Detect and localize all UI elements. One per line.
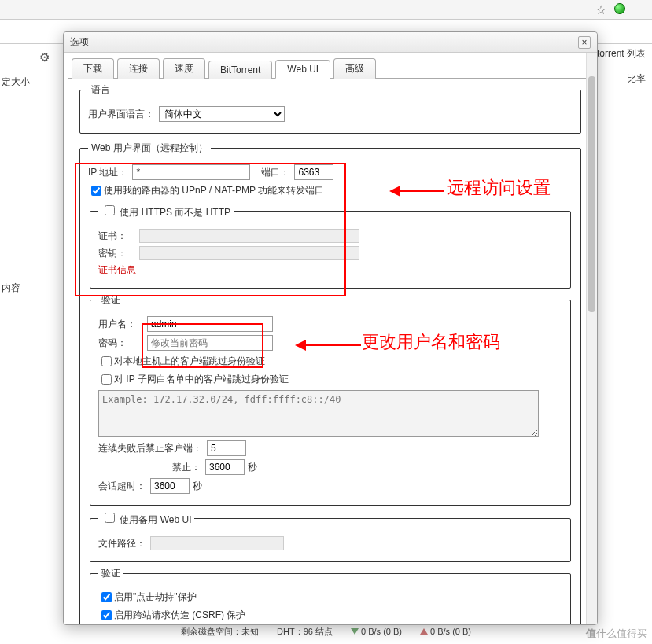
label-bypass-subnet: 对 IP 子网白名单中的客户端跳过身份验证 [114,373,289,386]
watermark: 值什么值得买 [586,627,647,641]
tab-webui[interactable]: Web UI [275,60,330,79]
input-cert[interactable] [139,229,359,243]
label-cert: 证书： [98,230,134,243]
label-key: 密钥： [98,247,134,260]
tabs: 下载 连接 速度 BitTorrent Web UI 高级 [68,57,592,79]
link-cert-info[interactable]: 证书信息 [98,263,136,277]
close-icon[interactable]: × [578,36,591,49]
checkbox-alt-webui[interactable] [105,513,115,523]
status-disk: 剩余磁盘空间：未知 [181,626,259,638]
fieldset-auth: 验证 用户名： 密码： 对本地主机上的客户端跳过身份验证 对 IP 子网白名单中… [90,293,571,506]
label-session-timeout: 会话超时： [98,480,146,493]
input-ban-for[interactable] [205,459,245,475]
dialog-title: 选项 [70,35,89,49]
status-dn: 0 B/s (0 B) [351,627,402,636]
label-username: 用户名： [98,318,142,331]
bg-ratio: 比率 [627,72,646,86]
checkbox-upnp[interactable] [91,186,101,196]
input-password[interactable] [147,335,273,351]
legend-https: 使用 HTTPS 而不是 HTTP [98,203,234,219]
tab-connection[interactable]: 连接 [117,58,160,79]
checkbox-csrf[interactable] [101,610,112,620]
options-dialog: 选项 × 下载 连接 速度 BitTorrent Web UI 高级 语言 用户… [63,31,598,625]
fieldset-alt-webui: 使用备用 Web UI 文件路径： [90,510,571,562]
input-session-timeout[interactable] [150,478,190,494]
input-port[interactable] [294,164,333,180]
input-ip[interactable] [132,164,250,180]
label-session-seconds: 秒 [193,480,202,493]
fieldset-https: 使用 HTTPS 而不是 HTTP 证书： 密钥： 证书信息 [90,203,571,289]
fieldset-webui: Web 用户界面（远程控制） IP 地址： 端口： 使用我的路由器的 UPnP … [79,142,581,624]
upload-icon [420,628,428,635]
input-username[interactable] [147,316,273,332]
legend-auth: 验证 [98,293,123,307]
input-ban-after[interactable] [207,440,246,456]
tab-speed[interactable]: 速度 [163,58,205,79]
checkbox-bypass-local[interactable] [101,356,112,366]
gear-icon[interactable]: ⚙ [39,50,50,64]
label-clickjacking: 启用"点击劫持"保护 [114,591,197,604]
input-key[interactable] [139,246,359,260]
label-password: 密码： [98,337,142,350]
label-ui-language: 用户界面语言： [88,108,154,121]
label-alt-path: 文件路径： [98,537,146,550]
fieldset-language: 语言 用户界面语言： 简体中文 [79,83,581,134]
browser-chrome: ☆ [0,0,652,20]
star-icon[interactable]: ☆ [595,2,606,17]
scrollbar-thumb[interactable] [588,76,595,312]
label-upnp: 使用我的路由器的 UPnP / NAT-PMP 功能来转发端口 [104,184,324,197]
checkbox-https[interactable] [105,205,115,215]
legend-language: 语言 [88,83,113,97]
legend-webui: Web 用户界面（远程控制） [88,142,211,155]
download-icon [351,628,359,635]
status-bar: 剩余磁盘空间：未知 DHT：96 结点 0 B/s (0 B) 0 B/s (0… [0,626,652,638]
textarea-subnet-whitelist[interactable] [98,390,539,437]
fieldset-security: 验证 启用"点击劫持"保护 启用跨站请求伪造 (CSRF) 保护 [90,567,571,624]
label-ip: IP 地址： [88,166,127,179]
label-ban-for: 禁止： [98,461,201,474]
bg-size: 定大小 [0,72,31,92]
label-port: 端口： [261,166,289,179]
checkbox-bypass-subnet[interactable] [101,374,112,385]
label-bypass-local: 对本地主机上的客户端跳过身份验证 [114,355,265,368]
legend-security: 验证 [98,567,123,580]
checkbox-clickjacking[interactable] [101,592,112,602]
label-ban-seconds: 秒 [248,461,257,474]
tab-download[interactable]: 下载 [72,58,114,79]
dialog-header[interactable]: 选项 × [64,32,597,53]
label-ban-after: 连续失败后禁止客户端： [98,442,202,455]
tab-bittorrent[interactable]: BitTorrent [208,61,272,79]
select-ui-language[interactable]: 简体中文 [159,106,285,122]
label-csrf: 启用跨站请求伪造 (CSRF) 保护 [114,609,245,622]
dialog-scrollbar[interactable] [586,53,597,624]
bg-content-tab: 内容 [0,278,22,298]
idm-icon[interactable] [614,3,625,14]
tab-advanced[interactable]: 高级 [333,58,376,79]
input-alt-path[interactable] [150,536,284,550]
status-up: 0 B/s (0 B) [420,627,471,636]
status-dht: DHT：96 结点 [277,626,333,638]
legend-alt-webui: 使用备用 Web UI [98,510,194,527]
dialog-body: 下载 连接 速度 BitTorrent Web UI 高级 语言 用户界面语言：… [64,53,597,624]
